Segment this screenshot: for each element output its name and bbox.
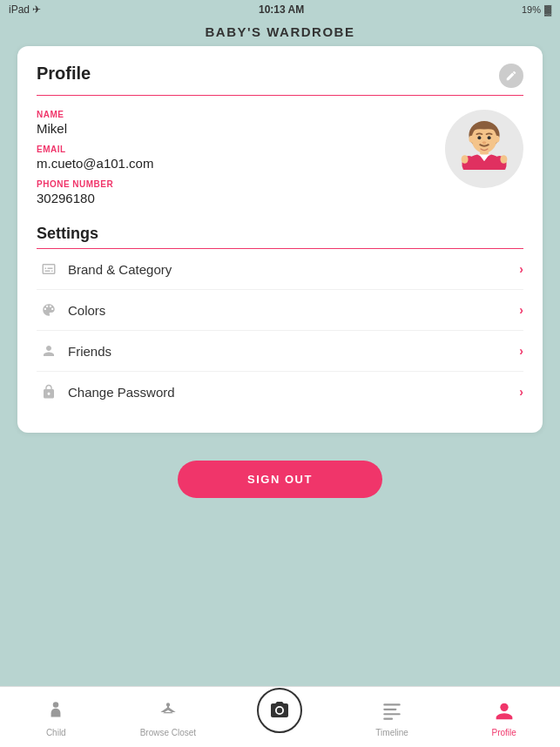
friends-label: Friends [68, 344, 519, 359]
tab-browse-closet[interactable]: Browse Closet [112, 697, 225, 737]
brand-category-label: Brand & Category [68, 262, 519, 277]
profile-title: Profile [37, 64, 91, 84]
email-label: EMAIL [37, 145, 431, 154]
svg-point-3 [494, 136, 499, 143]
svg-point-15 [500, 703, 508, 710]
profile-divider [37, 95, 523, 96]
battery-icon: ▓ [544, 4, 551, 15]
friends-chevron: › [519, 344, 523, 358]
status-bar: iPad ✈ 10:13 AM 19% ▓ [0, 0, 560, 19]
svg-rect-12 [383, 708, 396, 710]
svg-point-2 [469, 136, 474, 143]
signout-container: SIGN OUT [0, 461, 560, 498]
friends-icon [37, 343, 61, 359]
avatar [445, 110, 523, 188]
svg-rect-14 [383, 717, 393, 719]
tab-profile[interactable]: Profile [448, 697, 560, 737]
battery-label: 19% [522, 4, 541, 15]
child-icon [42, 697, 70, 725]
timeline-icon [378, 697, 406, 725]
svg-point-6 [482, 141, 487, 144]
main-card: Profile NAME Mikel EMAIL m.cueto@a101.co… [17, 46, 543, 433]
profile-info: NAME Mikel EMAIL m.cueto@a101.com PHONE … [37, 110, 431, 205]
svg-point-9 [500, 155, 507, 164]
app-title: BABY'S WARDROBE [0, 19, 560, 46]
signout-button[interactable]: SIGN OUT [178, 461, 382, 498]
tab-timeline[interactable]: Timeline [336, 697, 449, 737]
name-label: NAME [37, 110, 431, 119]
phone-value: 30296180 [37, 191, 431, 205]
tab-child[interactable]: Child [0, 697, 112, 737]
hanger-icon [154, 697, 182, 725]
colors-chevron: › [519, 303, 523, 317]
svg-point-4 [477, 136, 481, 139]
profile-header: Profile [37, 64, 523, 88]
brand-category-chevron: › [519, 262, 523, 276]
svg-rect-13 [383, 713, 401, 715]
tab-child-label: Child [46, 728, 66, 737]
camera-icon-wrap [257, 688, 302, 733]
tab-bar: Child Browse Closet Timeline [0, 686, 560, 747]
phone-label: PHONE NUMBER [37, 179, 431, 189]
colors-label: Colors [68, 303, 519, 318]
colors-icon [37, 302, 61, 318]
settings-item-friends[interactable]: Friends › [37, 331, 523, 372]
email-value: m.cueto@a101.com [37, 156, 431, 171]
status-right: 19% ▓ [522, 4, 551, 15]
device-label: iPad ✈ [9, 3, 41, 16]
svg-point-10 [53, 702, 59, 708]
avatar-illustration [449, 114, 519, 184]
profile-icon [490, 697, 518, 725]
svg-point-5 [488, 136, 491, 139]
tab-profile-label: Profile [491, 728, 516, 737]
edit-profile-button[interactable] [499, 64, 523, 88]
tab-timeline-label: Timeline [375, 728, 408, 737]
edit-icon [505, 70, 517, 82]
brand-category-icon [37, 261, 61, 277]
change-password-chevron: › [519, 385, 523, 399]
settings-item-change-password[interactable]: Change Password › [37, 372, 523, 412]
lock-icon [37, 384, 61, 400]
status-left: iPad ✈ [9, 3, 41, 16]
tab-camera[interactable] [224, 702, 336, 733]
tab-browse-closet-label: Browse Closet [140, 728, 196, 737]
change-password-label: Change Password [68, 385, 519, 400]
svg-point-8 [462, 155, 469, 164]
profile-content: NAME Mikel EMAIL m.cueto@a101.com PHONE … [37, 110, 523, 205]
settings-item-colors[interactable]: Colors › [37, 290, 523, 331]
status-time: 10:13 AM [259, 3, 304, 16]
settings-item-brand-category[interactable]: Brand & Category › [37, 249, 523, 290]
settings-title: Settings [37, 225, 523, 243]
name-value: Mikel [37, 121, 431, 136]
svg-rect-11 [383, 703, 401, 705]
